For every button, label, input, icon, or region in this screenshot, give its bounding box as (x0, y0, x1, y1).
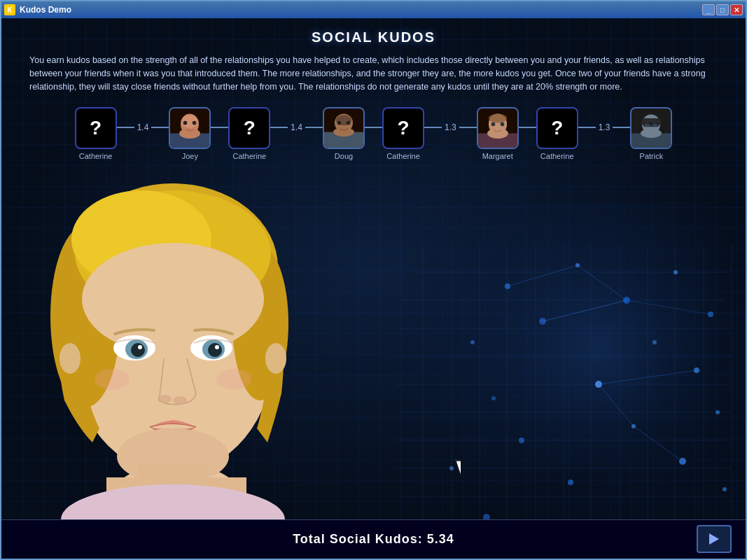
window-frame: K Kudos Demo _ □ ✕ SOCIAL KUDOS You earn… (0, 0, 747, 560)
avatar-joey (169, 107, 211, 149)
svg-point-5 (183, 121, 188, 125)
title-bar: K Kudos Demo _ □ ✕ (1, 1, 746, 18)
svg-point-95 (568, 479, 573, 485)
svg-point-28 (641, 129, 662, 138)
svg-point-94 (449, 466, 454, 470)
description-text: You earn kudos based on the strength of … (29, 54, 718, 93)
person-name-catherine-2: Catherine (232, 152, 266, 160)
connector-line-4 (365, 127, 382, 128)
svg-point-18 (487, 128, 508, 139)
connector-line-7b (613, 127, 630, 128)
person-node-catherine-4[interactable]: ? Catherine (536, 107, 578, 160)
title-bar-left: K Kudos Demo (4, 4, 71, 15)
avatar-margaret (477, 107, 519, 149)
person-name-patrick: Patrick (640, 152, 664, 160)
title-bar-buttons: _ □ ✕ (702, 4, 743, 15)
svg-point-88 (491, 396, 496, 400)
svg-point-96 (722, 487, 727, 491)
svg-point-45 (215, 345, 219, 349)
svg-point-4 (179, 128, 200, 139)
connector-line-7 (578, 127, 596, 128)
svg-point-90 (715, 410, 720, 414)
connector-2 (211, 127, 228, 128)
person-node-joey[interactable]: Joey (169, 107, 211, 160)
svg-point-20 (500, 122, 504, 127)
connector-5: 1.3 (424, 122, 477, 132)
avatar-doug (323, 107, 365, 149)
person-node-margaret[interactable]: Margaret (477, 107, 519, 160)
person-name-joey: Joey (182, 152, 198, 160)
svg-point-54 (216, 369, 251, 390)
next-button[interactable] (697, 525, 732, 553)
connector-4 (365, 127, 382, 128)
svg-point-49 (60, 343, 81, 374)
question-mark-3: ? (397, 117, 409, 139)
connector-7: 1.3 (578, 122, 631, 132)
svg-point-91 (519, 438, 524, 443)
svg-point-19 (491, 122, 495, 127)
avatar-catherine-2: ? (228, 107, 270, 149)
svg-point-6 (193, 121, 197, 125)
content-area: SOCIAL KUDOS You earn kudos based on the… (1, 18, 746, 519)
svg-point-84 (470, 340, 475, 344)
connector-value-7: 1.3 (596, 122, 613, 132)
person-node-patrick[interactable]: Patrick (630, 107, 672, 160)
svg-point-37 (82, 243, 264, 355)
connector-line-3b (305, 127, 323, 128)
person-name-catherine-1: Catherine (79, 152, 113, 160)
app-icon: K (4, 4, 15, 15)
bottom-bar: Total Social Kudos: 5.34 (1, 519, 746, 559)
portrait-section (1, 167, 746, 519)
question-mark-2: ? (244, 117, 256, 139)
svg-point-47 (173, 396, 187, 405)
connector-value-1: 1.4 (134, 122, 152, 132)
person-node-doug[interactable]: Doug (323, 107, 365, 160)
connector-6 (519, 127, 536, 128)
connector-line-2 (211, 127, 228, 128)
connector-line-1 (117, 127, 134, 128)
connector-3: 1.4 (270, 122, 323, 132)
svg-point-16 (489, 114, 507, 123)
svg-point-46 (158, 395, 172, 403)
question-mark-4: ? (551, 117, 563, 139)
svg-point-25 (645, 123, 650, 127)
svg-point-12 (337, 121, 342, 125)
person-node-catherine-3[interactable]: ? Catherine (382, 107, 424, 160)
svg-point-40 (131, 343, 145, 357)
connector-line-3 (270, 127, 288, 128)
person-node-catherine-2[interactable]: ? Catherine (228, 107, 270, 160)
connector-value-3: 1.4 (288, 122, 305, 132)
svg-point-53 (95, 369, 130, 390)
svg-point-13 (347, 121, 351, 125)
avatar-catherine-3: ? (382, 107, 424, 149)
svg-point-52 (61, 484, 285, 519)
kudos-total: Total Social Kudos: 5.34 (293, 532, 454, 547)
window-title: Kudos Demo (20, 5, 71, 15)
avatar-patrick (630, 107, 672, 149)
question-mark-1: ? (90, 117, 102, 139)
avatar-catherine-4: ? (536, 107, 578, 149)
connector-line-5 (424, 127, 442, 128)
svg-point-50 (265, 343, 286, 374)
svg-point-86 (652, 340, 657, 344)
connector-line-1b (151, 127, 169, 128)
person-name-catherine-3: Catherine (386, 152, 420, 160)
close-button[interactable]: ✕ (730, 4, 743, 15)
page-title: SOCIAL KUDOS (29, 29, 718, 46)
connector-value-5: 1.3 (442, 122, 459, 132)
svg-point-44 (208, 343, 222, 357)
character-portrait (1, 167, 393, 519)
header-section: SOCIAL KUDOS You earn kudos based on the… (1, 18, 746, 100)
svg-point-41 (138, 345, 142, 349)
svg-point-11 (333, 127, 354, 136)
minimize-button[interactable]: _ (702, 4, 715, 15)
person-name-margaret: Margaret (482, 152, 513, 160)
svg-point-26 (652, 123, 657, 127)
person-name-doug: Doug (335, 152, 353, 160)
relationship-chain: ? Catherine 1.4 (1, 100, 746, 167)
person-name-catherine-4: Catherine (540, 152, 574, 160)
avatar-catherine-1: ? (75, 107, 117, 149)
person-node-catherine-1[interactable]: ? Catherine (75, 107, 117, 160)
connector-line-6 (519, 127, 536, 128)
maximize-button[interactable]: □ (716, 4, 729, 15)
